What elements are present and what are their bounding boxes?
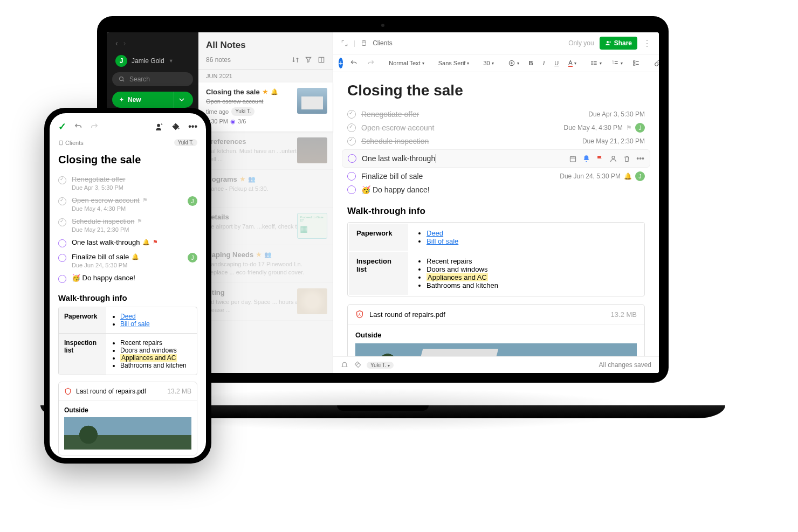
flag-icon[interactable]	[596, 155, 604, 163]
profile-menu[interactable]: J Jamie Gold ▼	[112, 53, 193, 72]
nav-forward-icon[interactable]: ›	[123, 39, 126, 47]
more-icon[interactable]: •••	[188, 122, 197, 132]
new-button[interactable]: + New	[112, 92, 193, 108]
trash-icon[interactable]	[623, 155, 631, 163]
note-card[interactable]: ...ograms ★ 👥 ...ance - Pickup at 5:30.	[198, 170, 333, 208]
task-row[interactable]: Renegotiate offer Due Apr 3, 5:30 PM	[58, 172, 197, 194]
tag-icon[interactable]	[354, 361, 361, 369]
insert-button[interactable]: +	[339, 58, 343, 68]
link-bill-of-sale[interactable]: Bill of sale	[426, 237, 458, 245]
italic-button[interactable]: I	[540, 58, 548, 68]
note-snippet: ...ance - Pickup at 5:30.	[206, 185, 325, 193]
bold-button[interactable]: B	[526, 58, 536, 68]
done-button[interactable]: ✓	[58, 121, 66, 133]
checkbox-icon[interactable]	[58, 218, 66, 226]
task-row[interactable]: One last walk-through 🔔 ⚑	[58, 236, 197, 250]
task-text[interactable]: One last walk-through	[362, 154, 435, 163]
text-color-button[interactable]: A ▾	[566, 58, 579, 68]
attachment-size: 13.2 MB	[167, 388, 191, 395]
task-row[interactable]: Finalize bill of sale 🔔 Due Jun 24, 5:30…	[58, 250, 197, 271]
number-list-button[interactable]: 12 ▾	[609, 58, 625, 68]
svg-point-6	[607, 41, 609, 43]
view-icon[interactable]	[318, 56, 325, 64]
more-icon[interactable]: •••	[636, 154, 644, 163]
bell-icon[interactable]	[582, 155, 590, 163]
nav-back-icon[interactable]: ‹	[115, 39, 118, 47]
task-row[interactable]: Open escrow account Due May 4, 4:30 PM ⚑…	[347, 121, 645, 135]
size-select[interactable]: 30 ▾	[480, 58, 496, 68]
assign-icon[interactable]	[609, 155, 617, 163]
assignee-chip[interactable]: Yuki T. ▾	[367, 362, 394, 369]
task-row[interactable]: Schedule inspection Due May 21, 2:30 PM	[347, 135, 645, 148]
notes-list: All Notes 86 notes	[198, 32, 333, 373]
checkbox-icon[interactable]	[347, 110, 356, 119]
note-card[interactable]: ...ting ...d twice per day. Space ... ho…	[198, 283, 333, 321]
chevron-down-icon[interactable]	[174, 92, 189, 108]
task-row[interactable]: 🥳 Do happy dance!	[347, 183, 645, 196]
filter-icon[interactable]	[305, 56, 312, 64]
document-title[interactable]: Closing the sale	[58, 154, 197, 166]
document-title[interactable]: Closing the sale	[347, 82, 645, 99]
checkbox-icon[interactable]	[347, 185, 356, 194]
note-time: time ago	[206, 108, 229, 116]
checkbox-icon[interactable]	[347, 123, 356, 132]
style-select[interactable]: Normal Text ▾	[386, 58, 426, 68]
task-row[interactable]: One last walk-through •••	[342, 149, 650, 168]
redo-button[interactable]	[364, 58, 377, 68]
bell-icon: 🔔	[132, 253, 139, 260]
redo-button[interactable]	[90, 122, 99, 131]
task-row[interactable]: Schedule inspection ⚑ Due May 21, 2:30 P…	[58, 215, 197, 236]
attachment[interactable]: Last round of repairs.pdf 13.2 MB Outsid…	[58, 382, 197, 455]
task-row[interactable]: Open escrow account ⚑ Due May 4, 4:30 PM…	[58, 194, 197, 215]
font-select[interactable]: Sans Serif ▾	[436, 58, 472, 68]
bullet-list-button[interactable]: ▾	[588, 58, 604, 68]
link-deed[interactable]: Deed	[120, 313, 136, 320]
breadcrumb[interactable]: Clients	[65, 140, 84, 146]
link-bill-of-sale[interactable]: Bill of sale	[120, 320, 150, 328]
attachment[interactable]: 人 Last round of repairs.pdf 13.2 MB Outs…	[347, 304, 645, 356]
table-header: Paperwork	[59, 307, 106, 333]
person-add-icon[interactable]: +	[155, 122, 164, 132]
note-card[interactable]: ...aping Needs ★ 👥 ...andscaping to-do 1…	[198, 245, 333, 283]
link-deed[interactable]: Deed	[426, 229, 443, 237]
task-row[interactable]: Renegotiate offer Due Apr 3, 5:30 PM	[347, 108, 645, 121]
checkbox-icon[interactable]	[58, 239, 66, 247]
calendar-icon[interactable]	[569, 155, 577, 163]
sort-icon[interactable]	[292, 56, 299, 64]
star-icon: ★	[256, 251, 262, 258]
note-card[interactable]: Details ...e airport by 7am. ...keoff, c…	[198, 208, 333, 245]
list-item: Doors and windows	[426, 265, 636, 273]
svg-rect-24	[570, 156, 576, 162]
tag-icon[interactable]: +	[171, 122, 181, 132]
assignee-chip: Yuki T.	[174, 139, 197, 146]
bell-icon: 🔔	[142, 239, 150, 246]
breadcrumb[interactable]: Clients	[373, 39, 393, 47]
checkbox-icon[interactable]	[58, 275, 66, 283]
list-item: Recent repairs	[426, 257, 636, 265]
checkbox-icon[interactable]	[58, 197, 66, 205]
info-table: Paperwork Deed Bill of sale Inspection l…	[347, 222, 645, 296]
checkbox-icon[interactable]	[58, 254, 66, 262]
reminder-icon[interactable]	[341, 361, 348, 369]
share-button[interactable]: Share	[600, 37, 637, 50]
expand-icon[interactable]	[341, 39, 348, 47]
checklist-button[interactable]	[630, 58, 643, 68]
undo-button[interactable]	[347, 58, 360, 68]
note-card[interactable]: Closing the sale ★ 🔔 Open escrow account…	[198, 82, 333, 132]
task-row[interactable]: 🥳 Do happy dance!	[58, 271, 197, 286]
underline-button[interactable]: U	[552, 58, 561, 68]
checkbox-icon[interactable]	[348, 154, 356, 163]
more-style-icon[interactable]: ▾	[505, 58, 522, 68]
undo-button[interactable]	[74, 122, 82, 131]
task-text: Renegotiate offer	[361, 110, 583, 119]
table-header: Paperwork	[349, 224, 408, 251]
checkbox-icon[interactable]	[347, 137, 356, 146]
search-input[interactable]: Search	[112, 72, 193, 86]
checkbox-icon[interactable]	[58, 176, 66, 184]
link-button[interactable]	[651, 58, 659, 68]
checkbox-icon[interactable]	[347, 172, 356, 181]
more-icon[interactable]: ⋮	[643, 38, 651, 49]
svg-text:人: 人	[357, 313, 361, 316]
task-row[interactable]: Finalize bill of sale Due Jun 24, 5:30 P…	[347, 169, 645, 183]
note-card[interactable]: Preferences ...al kitchen. Must have an …	[198, 132, 333, 170]
